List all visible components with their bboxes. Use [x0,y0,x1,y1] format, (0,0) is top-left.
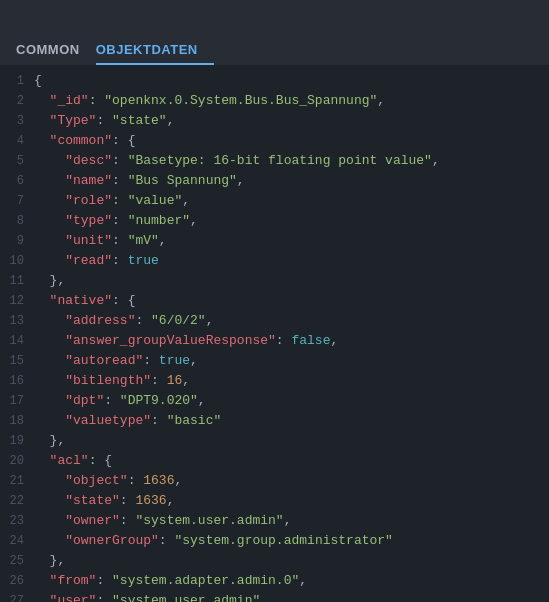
code-lines: 1{2 "_id": "openknx.0.System.Bus.Bus_Spa… [0,65,549,602]
colon-token: : [135,313,151,328]
code-line: 11 }, [0,271,549,291]
colon-token: : [276,333,292,348]
comma-token: , [237,173,245,188]
indent-token [34,513,65,528]
key-token: "name" [65,173,112,188]
number-token: 1636 [135,493,166,508]
colon-token: : [151,413,167,428]
line-number: 11 [6,271,34,291]
colon-token: : [112,233,128,248]
string-token: "state" [112,113,167,128]
line-number: 14 [6,331,34,351]
string-token: "system.user.admin" [135,513,283,528]
line-content: "autoread": true, [34,351,543,371]
brace-token: }, [50,553,66,568]
comma-token: , [167,493,175,508]
string-token: "system.group.administrator" [174,533,392,548]
indent-token [34,573,50,588]
line-number: 5 [6,151,34,171]
line-content: "answer_groupValueResponse": false, [34,331,543,351]
code-line: 1{ [0,71,549,91]
line-content: "bitlength": 16, [34,371,543,391]
colon-token: : [112,193,128,208]
tab-objektdaten[interactable]: OBJEKTDATEN [96,34,214,65]
code-line: 26 "from": "system.adapter.admin.0", [0,571,549,591]
key-token: "valuetype" [65,413,151,428]
line-content: }, [34,551,543,571]
comma-token: , [432,153,440,168]
code-line: 19 }, [0,431,549,451]
string-token: "number" [128,213,190,228]
comma-token: , [206,313,214,328]
bool-true-token: true [159,353,190,368]
key-token: "dpt" [65,393,104,408]
colon-token: : [112,173,128,188]
line-number: 7 [6,191,34,211]
indent-token [34,213,65,228]
line-number: 27 [6,591,34,602]
line-number: 15 [6,351,34,371]
comma-token: , [284,513,292,528]
code-line: 3 "Type": "state", [0,111,549,131]
comma-token: , [299,573,307,588]
code-line: 22 "state": 1636, [0,491,549,511]
string-token: "6/0/2" [151,313,206,328]
code-line: 21 "object": 1636, [0,471,549,491]
line-number: 8 [6,211,34,231]
bool-true-token: true [128,253,159,268]
indent-token [34,413,65,428]
key-token: "type" [65,213,112,228]
line-content: { [34,71,543,91]
indent-token [34,93,50,108]
key-token: "native" [50,293,112,308]
brace-token: { [104,453,112,468]
string-token: "Basetype: 16-bit floating point value" [128,153,432,168]
indent-token [34,133,50,148]
code-line: 7 "role": "value", [0,191,549,211]
colon-token: : [96,113,112,128]
line-content: "ownerGroup": "system.group.administrato… [34,531,543,551]
line-content: "unit": "mV", [34,231,543,251]
code-line: 16 "bitlength": 16, [0,371,549,391]
title-bar [16,12,533,34]
key-token: "Type" [50,113,97,128]
line-number: 26 [6,571,34,591]
line-content: }, [34,431,543,451]
code-line: 13 "address": "6/0/2", [0,311,549,331]
line-number: 18 [6,411,34,431]
indent-token [34,373,65,388]
code-line: 18 "valuetype": "basic" [0,411,549,431]
colon-token: : [128,473,144,488]
colon-token: : [120,513,136,528]
brace-token: }, [50,433,66,448]
code-line: 15 "autoread": true, [0,351,549,371]
line-content: "state": 1636, [34,491,543,511]
colon-token: : [112,253,128,268]
indent-token [34,453,50,468]
colon-token: : [112,153,128,168]
indent-token [34,273,50,288]
colon-token: : [159,533,175,548]
code-line: 27 "user": "system.user.admin", [0,591,549,602]
key-token: "autoread" [65,353,143,368]
key-token: "user" [50,593,97,602]
line-content: "read": true [34,251,543,271]
indent-token [34,113,50,128]
line-number: 23 [6,511,34,531]
indent-token [34,353,65,368]
line-number: 16 [6,371,34,391]
key-token: "bitlength" [65,373,151,388]
line-content: "acl": { [34,451,543,471]
code-line: 2 "_id": "openknx.0.System.Bus.Bus_Spann… [0,91,549,111]
indent-token [34,393,65,408]
key-token: "ownerGroup" [65,533,159,548]
line-content: "name": "Bus Spannung", [34,171,543,191]
key-token: "desc" [65,153,112,168]
line-number: 20 [6,451,34,471]
key-token: "state" [65,493,120,508]
tab-common[interactable]: COMMON [16,34,96,65]
colon-token: : [143,353,159,368]
code-line: 24 "ownerGroup": "system.group.administr… [0,531,549,551]
comma-token: , [377,93,385,108]
code-line: 25 }, [0,551,549,571]
